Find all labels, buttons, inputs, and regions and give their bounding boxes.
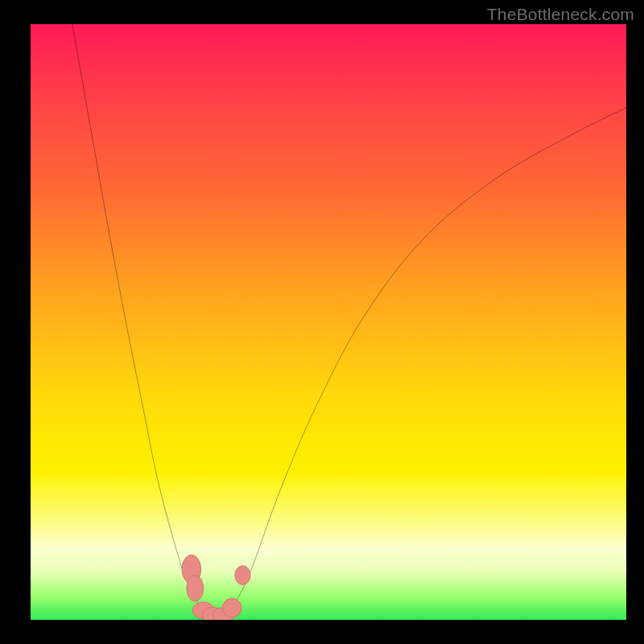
watermark-text: TheBottleneck.com bbox=[487, 5, 634, 24]
curve-svg bbox=[31, 24, 626, 620]
data-marker bbox=[222, 598, 242, 617]
data-marker bbox=[235, 566, 250, 585]
chart-frame: TheBottleneck.com bbox=[0, 0, 644, 644]
plot-area bbox=[31, 24, 626, 620]
data-marker bbox=[187, 576, 204, 602]
bottleneck-curve bbox=[72, 24, 626, 617]
